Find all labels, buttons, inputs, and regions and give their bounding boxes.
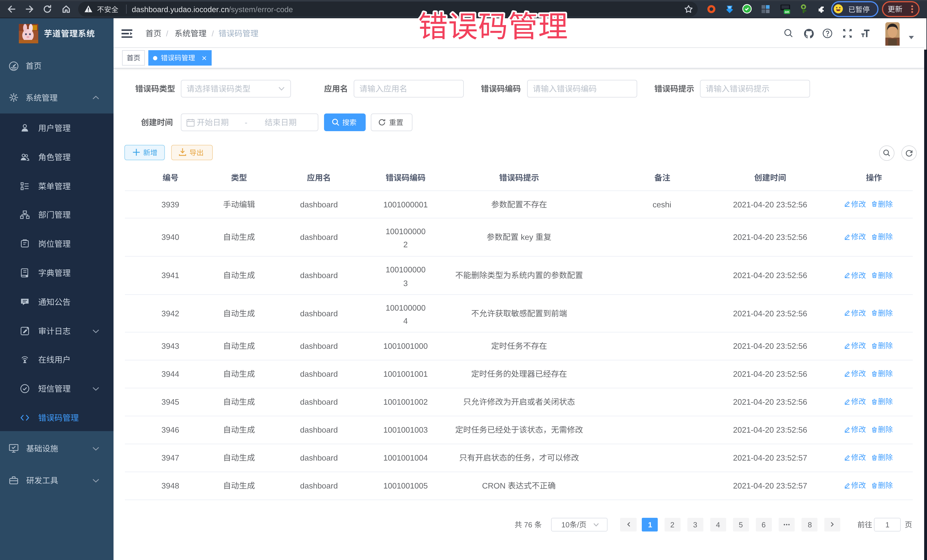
- svg-text:on: on: [785, 10, 789, 14]
